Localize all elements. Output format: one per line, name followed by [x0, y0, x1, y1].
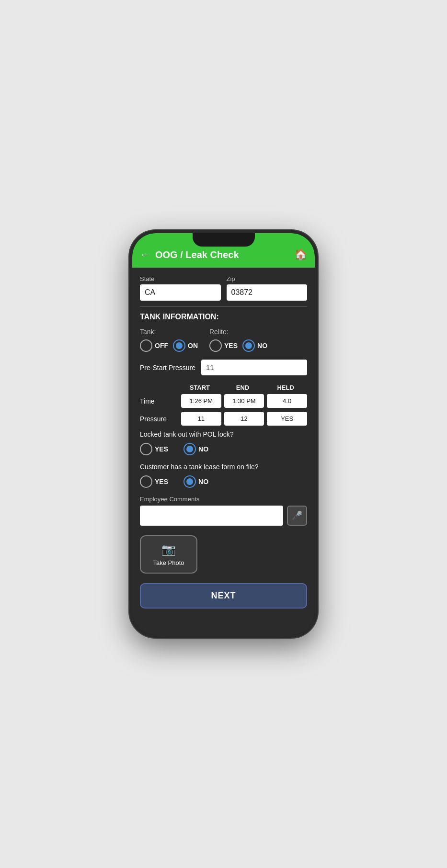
tank-radio-group: OFF ON	[140, 339, 198, 352]
relite-no-label: NO	[257, 342, 267, 349]
time-end-input[interactable]	[224, 394, 264, 408]
pol-no-label: NO	[198, 445, 208, 453]
time-row: Time	[140, 394, 307, 408]
tank-section-heading: TANK INFORMATION:	[140, 313, 307, 321]
content-area: State Zip TANK INFORMATION: Tank:	[132, 268, 315, 635]
lease-yes-item: YES	[140, 475, 168, 488]
pre-start-label: Pre-Start Pressure	[140, 364, 195, 372]
home-icon[interactable]: 🏠	[294, 248, 307, 261]
pre-start-row: Pre-Start Pressure	[140, 360, 307, 375]
relite-label: Relite:	[209, 328, 267, 336]
header-left: ← OOG / Leak Check	[140, 248, 239, 261]
lease-no-label: NO	[198, 478, 208, 485]
pre-start-input[interactable]	[201, 360, 307, 375]
comments-label: Employee Comments	[140, 496, 307, 503]
time-held-input[interactable]	[267, 394, 307, 408]
relite-no-item: NO	[242, 339, 267, 352]
pol-yes-item: YES	[140, 443, 168, 455]
lease-no-radio[interactable]	[183, 475, 196, 488]
tank-on-radio[interactable]	[173, 339, 185, 352]
th-end: END	[221, 384, 264, 391]
location-fields: State Zip	[140, 275, 307, 301]
th-held: HELD	[264, 384, 307, 391]
relite-yes-label: YES	[224, 342, 238, 349]
photo-label: Take Photo	[153, 559, 184, 566]
tank-relite-row: Tank: OFF ON Relite:	[140, 328, 307, 352]
pressure-row: Pressure	[140, 412, 307, 426]
time-start-input[interactable]	[181, 394, 221, 408]
next-button[interactable]: NEXT	[140, 583, 307, 609]
relite-no-radio[interactable]	[242, 339, 255, 352]
state-field-group: State	[140, 275, 221, 301]
state-label: State	[140, 275, 221, 282]
table-header: START END HELD	[140, 384, 307, 391]
state-input[interactable]	[140, 284, 221, 301]
pol-lock-radio-row: YES NO	[140, 443, 307, 455]
time-row-label: Time	[140, 397, 178, 405]
tank-off-label: OFF	[155, 342, 168, 349]
zip-input[interactable]	[227, 284, 308, 301]
pol-lock-section: Locked tank out with POL lock? YES NO	[140, 430, 307, 455]
relite-yes-radio[interactable]	[209, 339, 222, 352]
tank-on-item: ON	[173, 339, 198, 352]
camera-icon: 📷	[161, 543, 176, 556]
pol-no-item: NO	[183, 443, 208, 455]
lease-yes-label: YES	[155, 478, 168, 485]
pressure-start-input[interactable]	[181, 412, 221, 426]
screen: ← OOG / Leak Check 🏠 State Zip TANK INFO	[132, 233, 315, 635]
zip-field-group: Zip	[227, 275, 308, 301]
pressure-held-input[interactable]	[267, 412, 307, 426]
relite-radio-group: YES NO	[209, 339, 267, 352]
phone-frame: ← OOG / Leak Check 🏠 State Zip TANK INFO	[129, 230, 318, 638]
comments-row: 🎤	[140, 506, 307, 526]
tank-off-radio[interactable]	[140, 339, 152, 352]
lease-no-item: NO	[183, 475, 208, 488]
tank-group: Tank: OFF ON	[140, 328, 198, 352]
comments-input[interactable]	[140, 506, 283, 526]
zip-label: Zip	[227, 275, 308, 282]
tank-lease-radio-row: YES NO	[140, 475, 307, 488]
pol-yes-radio[interactable]	[140, 443, 152, 455]
pol-yes-label: YES	[155, 445, 168, 453]
relite-group: Relite: YES NO	[209, 328, 267, 352]
page-title: OOG / Leak Check	[155, 249, 239, 260]
tank-lease-question: Customer has a tank lease form on file?	[140, 463, 307, 471]
tank-off-item: OFF	[140, 339, 168, 352]
tank-on-label: ON	[188, 342, 198, 349]
th-start: START	[178, 384, 221, 391]
tank-lease-section: Customer has a tank lease form on file? …	[140, 463, 307, 488]
back-button[interactable]: ←	[140, 248, 150, 261]
lease-yes-radio[interactable]	[140, 475, 152, 488]
mic-icon: 🎤	[292, 510, 302, 521]
pressure-end-input[interactable]	[224, 412, 264, 426]
mic-button[interactable]: 🎤	[287, 506, 307, 526]
take-photo-button[interactable]: 📷 Take Photo	[140, 535, 197, 574]
notch	[193, 233, 255, 247]
relite-yes-item: YES	[209, 339, 238, 352]
pol-no-radio[interactable]	[183, 443, 196, 455]
pressure-row-label: Pressure	[140, 415, 178, 423]
pol-lock-question: Locked tank out with POL lock?	[140, 430, 307, 438]
tank-label: Tank:	[140, 328, 198, 336]
th-blank	[140, 384, 178, 391]
divider-1	[140, 306, 307, 307]
